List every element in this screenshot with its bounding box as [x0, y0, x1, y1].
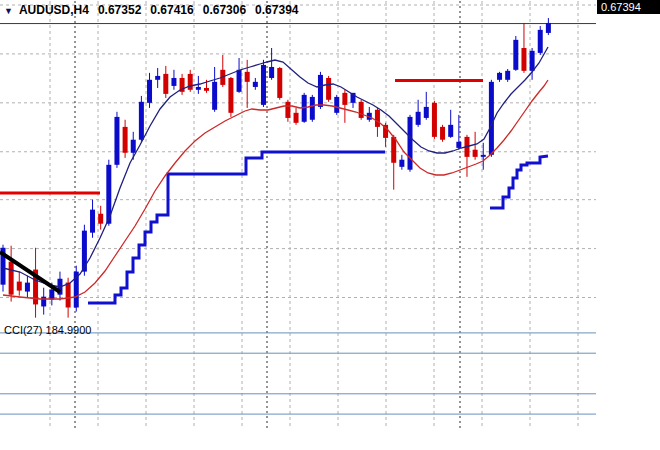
candle-body [391, 137, 396, 163]
candle-body [294, 113, 299, 123]
candle-body [196, 87, 201, 90]
chart-canvas[interactable] [0, 0, 660, 450]
candle-body [204, 88, 209, 91]
candle-body [90, 210, 95, 233]
candle-body [359, 102, 364, 118]
candle-body [245, 72, 250, 82]
quote-bar: ▼AUDUSD,H40.673520.674160.673060.67394 [4, 3, 308, 17]
candle-body [253, 82, 258, 87]
step-indicator-line [490, 156, 548, 208]
candle-body [82, 231, 87, 272]
candle-body [155, 76, 160, 80]
candle-body [17, 282, 22, 291]
candle-body [237, 70, 242, 92]
candle-body [456, 142, 461, 148]
candle-body [188, 74, 193, 90]
candle-body [432, 103, 437, 137]
candle-body [212, 82, 217, 110]
quote-close: 0.67394 [255, 3, 298, 17]
candle-body [49, 290, 54, 300]
candle-body [342, 93, 347, 105]
trading-chart-window: ▼AUDUSD,H40.673520.674160.673060.67394 C… [0, 0, 660, 450]
candle-body [66, 283, 71, 308]
step-indicator-line [88, 152, 385, 303]
candle-body [497, 73, 502, 80]
candle-body [41, 297, 46, 307]
chevron-down-icon[interactable]: ▼ [4, 6, 13, 16]
candle-body [98, 214, 103, 224]
current-price-box: 0.67394 [597, 0, 660, 14]
candle-body [310, 97, 315, 120]
candle-body [334, 97, 339, 113]
candle-body [163, 74, 168, 94]
symbol-timeframe-label: AUDUSD,H4 [19, 3, 89, 17]
candle-body [269, 67, 274, 78]
candle-body [318, 75, 323, 107]
candle-body [326, 78, 331, 100]
candle-body [285, 102, 290, 118]
candle-body [448, 125, 453, 137]
candle-body [9, 262, 14, 295]
candle-body [147, 80, 152, 103]
candle-body [546, 23, 551, 33]
candle-body [473, 150, 478, 157]
candle-body [416, 112, 421, 125]
candle-body [25, 283, 30, 292]
candle-body [277, 68, 282, 98]
candle-body [521, 48, 526, 71]
candle-body [408, 117, 413, 170]
candle-body [489, 82, 494, 155]
candle-body [399, 160, 404, 167]
candle-body [114, 117, 119, 165]
candle-body [538, 30, 543, 53]
candle-body [505, 71, 510, 80]
candle-body [131, 140, 136, 153]
candle-body [440, 127, 445, 140]
candle-body [139, 102, 144, 140]
candle-body [261, 65, 266, 105]
quote-open: 0.67352 [98, 3, 141, 17]
candle-body [424, 107, 429, 118]
candle-body [171, 78, 176, 86]
candle-body [375, 110, 380, 127]
cci-indicator-label: CCI(27) 184.9900 [4, 324, 91, 336]
candle-body [228, 78, 233, 113]
quote-high: 0.67416 [150, 3, 193, 17]
candle-body [513, 40, 518, 70]
candle-body [123, 127, 128, 153]
candle-body [481, 155, 486, 157]
candle-body [530, 51, 535, 71]
quote-low: 0.67306 [203, 3, 246, 17]
